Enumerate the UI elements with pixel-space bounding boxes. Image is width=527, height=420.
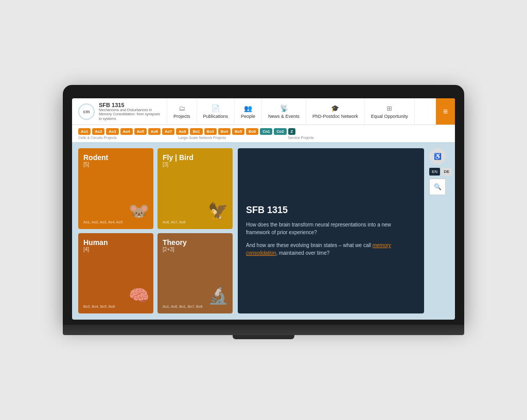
main-content: Rodent [5] 🐭 Ao1, Ao2, Ao3, Ao4, Ao5 Fly… [72, 142, 455, 320]
logo-subtitle: Mechanisms and Disturbances in Memory Co… [99, 108, 161, 121]
hamburger-button[interactable]: ≡ [436, 98, 455, 125]
tag-bo5[interactable]: Bo5 [232, 128, 244, 135]
human-animal-icon: 🧠 [129, 286, 149, 305]
info-p2-suffix: , maintained over time? [276, 250, 329, 256]
nav-label-news: News & Events [268, 114, 300, 119]
search-icon: 🔍 [434, 183, 442, 190]
card-human-footer: Bo3, Bo4, Bo5, Bo6 [83, 305, 148, 308]
card-rodent-title: Rodent [83, 153, 148, 162]
nav-item-publications[interactable]: 📄 Publications [197, 98, 235, 125]
tag-ao5[interactable]: Ao5 [134, 128, 147, 135]
card-rodent[interactable]: Rodent [5] 🐭 Ao1, Ao2, Ao3, Ao4, Ao5 [78, 148, 153, 229]
logo-initials: cm [83, 109, 90, 114]
tag-bo1[interactable]: Bo1 [190, 128, 202, 135]
tag-cn1[interactable]: Cn1 [260, 128, 272, 135]
card-flybird-count: [3] [163, 162, 227, 167]
tag-bo6[interactable]: Bo6 [246, 128, 258, 135]
card-theory[interactable]: Theory [2+3] 🔬 Ao1, Ao6, Bo1, Bo7, Bo8 [157, 233, 233, 314]
nav-label-phd: PhD-Postdoc Network [312, 114, 358, 119]
laptop-base [63, 325, 464, 335]
card-human[interactable]: Human [4] 🧠 Bo3, Bo4, Bo5, Bo6 [78, 233, 153, 314]
publications-icon: 📄 [212, 104, 220, 112]
card-theory-title: Theory [163, 238, 227, 247]
website: cm SFB 1315 Mechanisms and Disturbances … [72, 98, 455, 320]
laptop-screen: cm SFB 1315 Mechanisms and Disturbances … [72, 98, 455, 320]
tag-bar: Ao1 Ao2 Ao3 Ao4 Ao5 Ao6 Ao7 Ao8 Bo1 Bo3 … [72, 125, 455, 142]
logo-circle: cm [78, 103, 95, 120]
tag-ao1[interactable]: Ao1 [78, 128, 91, 135]
nav-item-people[interactable]: 👥 People [235, 98, 262, 125]
people-icon: 👥 [244, 104, 252, 112]
lang-de-button[interactable]: DE [441, 168, 452, 176]
card-flybird-title: Fly | Bird [163, 153, 227, 162]
tag-ao2[interactable]: Ao2 [92, 128, 104, 135]
nav-item-news[interactable]: 📡 News & Events [262, 98, 306, 125]
info-title: SFB 1315 [246, 205, 416, 216]
tag-ao4[interactable]: Ao4 [120, 128, 133, 135]
tag-bo3[interactable]: Bo3 [204, 128, 217, 135]
info-paragraph1: How does the brain transform neural repr… [246, 221, 416, 236]
tag-category-labels: Cells & Circuits Projects Large-Scale Ne… [78, 136, 449, 141]
info-p2-prefix: And how are these evolving brain states … [246, 242, 373, 248]
equal-icon: ⊞ [387, 104, 392, 112]
card-theory-footer: Ao1, Ao6, Bo1, Bo7, Bo8 [163, 305, 227, 308]
logo-text-block: SFB 1315 Mechanisms and Disturbances in … [99, 102, 161, 121]
nav-label-publications: Publications [203, 114, 229, 119]
projects-icon: 🗂 [179, 104, 185, 112]
tag-label-service: Service Projects [288, 136, 314, 139]
card-rodent-footer: Ao1, Ao2, Ao3, Ao4, Ao5 [83, 220, 148, 224]
card-theory-count: [2+3] [163, 247, 227, 252]
lang-en-button[interactable]: EN [429, 168, 440, 176]
nav-item-equal[interactable]: ⊞ Equal Opportunity [365, 98, 415, 125]
card-rodent-count: [5] [83, 162, 148, 167]
phd-icon: 🎓 [331, 104, 339, 112]
tag-bo4[interactable]: Bo4 [218, 128, 231, 135]
accessibility-button[interactable]: ♿ [429, 148, 446, 165]
site-header: cm SFB 1315 Mechanisms and Disturbances … [72, 98, 455, 125]
info-panel: SFB 1315 How does the brain transform ne… [238, 148, 424, 313]
theory-animal-icon: 🔬 [208, 286, 229, 305]
logo-title: SFB 1315 [99, 102, 161, 108]
cards-and-info: Rodent [5] 🐭 Ao1, Ao2, Ao3, Ao4, Ao5 Fly… [78, 148, 424, 313]
nav-items: 🗂 Projects 📄 Publications 👥 People [167, 98, 436, 125]
nav-label-people: People [241, 114, 255, 119]
laptop-shell: cm SFB 1315 Mechanisms and Disturbances … [63, 85, 464, 335]
info-paragraph2: And how are these evolving brain states … [246, 241, 416, 257]
bird-animal-icon: 🦅 [208, 201, 229, 221]
search-button[interactable]: 🔍 [429, 179, 446, 195]
card-flybird-footer: Ao6, Ao7, Ao8 [163, 220, 227, 224]
news-icon: 📡 [280, 104, 288, 112]
tag-ao6[interactable]: Ao6 [148, 128, 161, 135]
tag-z[interactable]: Z [288, 128, 296, 135]
nav-item-projects[interactable]: 🗂 Projects [167, 98, 197, 125]
lang-switcher: EN DE [429, 168, 449, 176]
tag-label-cells: Cells & Circuits Projects [78, 136, 117, 139]
tag-ao3[interactable]: Ao3 [106, 128, 118, 135]
logo-area: cm SFB 1315 Mechanisms and Disturbances … [72, 98, 167, 125]
nav-label-projects: Projects [173, 114, 190, 119]
tags-row: Ao1 Ao2 Ao3 Ao4 Ao5 Ao6 Ao7 Ao8 Bo1 Bo3 … [78, 128, 449, 135]
screen-bezel: cm SFB 1315 Mechanisms and Disturbances … [63, 85, 464, 325]
rodent-animal-icon: 🐭 [129, 201, 149, 221]
card-human-count: [4] [83, 247, 148, 252]
tag-label-large: Large-Scale Network Projects [179, 136, 226, 139]
cards-grid: Rodent [5] 🐭 Ao1, Ao2, Ao3, Ao4, Ao5 Fly… [78, 148, 233, 313]
tag-ao8[interactable]: Ao8 [176, 128, 188, 135]
card-human-title: Human [83, 238, 148, 247]
tag-ao7[interactable]: Ao7 [162, 128, 174, 135]
right-sidebar: ♿ EN DE 🔍 [429, 148, 449, 313]
hamburger-icon: ≡ [443, 107, 448, 116]
camera-notch [251, 94, 276, 98]
nav-item-phd[interactable]: 🎓 PhD-Postdoc Network [306, 98, 365, 125]
tag-co2[interactable]: Co2 [274, 128, 286, 135]
card-fly-bird[interactable]: Fly | Bird [3] 🦅 Ao6, Ao7, Ao8 [157, 148, 233, 229]
nav-label-equal: Equal Opportunity [371, 114, 408, 119]
